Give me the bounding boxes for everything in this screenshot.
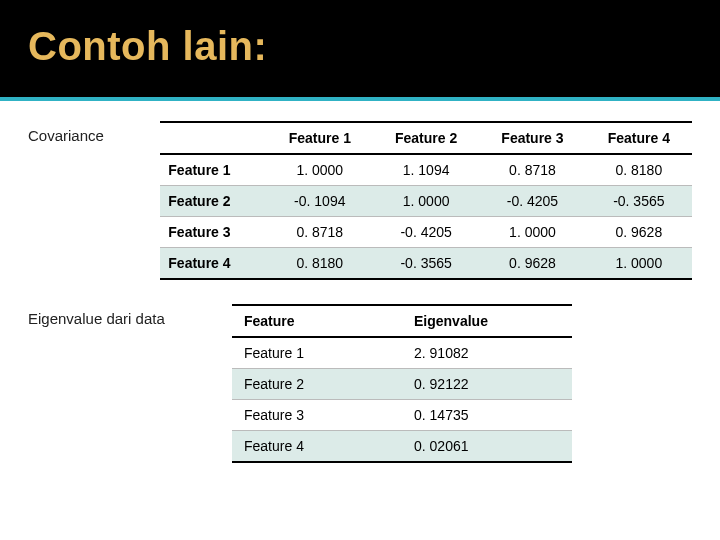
- table-header: Feature 1: [267, 122, 373, 154]
- cell: -0. 4205: [479, 186, 585, 217]
- eigenvalue-label-col: Eigenvalue dari data: [28, 304, 208, 327]
- row-name: Feature 4: [160, 248, 266, 280]
- table-header-row: Feature 1 Feature 2 Feature 3 Feature 4: [160, 122, 692, 154]
- cell: 0. 02061: [402, 431, 572, 463]
- table-row: Feature 4 0. 02061: [232, 431, 572, 463]
- covariance-table: Feature 1 Feature 2 Feature 3 Feature 4 …: [160, 121, 692, 280]
- row-name: Feature 1: [160, 154, 266, 186]
- table-header: Eigenvalue: [402, 305, 572, 337]
- table-row: Feature 1 1. 0000 1. 1094 0. 8718 0. 818…: [160, 154, 692, 186]
- cell: 0. 9628: [479, 248, 585, 280]
- cell: -0. 1094: [267, 186, 373, 217]
- row-name: Feature 2: [160, 186, 266, 217]
- cell: 0. 92122: [402, 369, 572, 400]
- table-header: Feature 2: [373, 122, 479, 154]
- table-row: Feature 1 2. 91082: [232, 337, 572, 369]
- table-row: Feature 3 0. 8718 -0. 4205 1. 0000 0. 96…: [160, 217, 692, 248]
- cell: 0. 8180: [586, 154, 692, 186]
- slide-body: Covariance Feature 1 Feature 2 Feature 3…: [0, 101, 720, 463]
- cell: 2. 91082: [402, 337, 572, 369]
- cell: 0. 8718: [267, 217, 373, 248]
- covariance-label: Covariance: [28, 127, 136, 144]
- slide: Contoh lain: Covariance Feature 1 Featur…: [0, 0, 720, 540]
- table-row: Feature 2 -0. 1094 1. 0000 -0. 4205 -0. …: [160, 186, 692, 217]
- slide-header: Contoh lain:: [0, 0, 720, 101]
- cell: 1. 1094: [373, 154, 479, 186]
- covariance-label-col: Covariance: [28, 121, 136, 144]
- cell: 0. 9628: [586, 217, 692, 248]
- table-header: Feature: [232, 305, 402, 337]
- table-header: Feature 4: [586, 122, 692, 154]
- table-row: Feature 3 0. 14735: [232, 400, 572, 431]
- page-title: Contoh lain:: [28, 24, 692, 69]
- row-name: Feature 4: [232, 431, 402, 463]
- table-header-row: Feature Eigenvalue: [232, 305, 572, 337]
- row-name: Feature 2: [232, 369, 402, 400]
- row-name: Feature 3: [232, 400, 402, 431]
- cell: 1. 0000: [267, 154, 373, 186]
- table-header: Feature 3: [479, 122, 585, 154]
- cell: 0. 8180: [267, 248, 373, 280]
- row-name: Feature 3: [160, 217, 266, 248]
- covariance-section: Covariance Feature 1 Feature 2 Feature 3…: [28, 121, 692, 280]
- table-row: Feature 2 0. 92122: [232, 369, 572, 400]
- cell: -0. 4205: [373, 217, 479, 248]
- eigenvalue-section: Eigenvalue dari data Feature Eigenvalue …: [28, 304, 692, 463]
- eigenvalue-label: Eigenvalue dari data: [28, 310, 208, 327]
- cell: 0. 14735: [402, 400, 572, 431]
- cell: -0. 3565: [373, 248, 479, 280]
- cell: -0. 3565: [586, 186, 692, 217]
- table-header-blank: [160, 122, 266, 154]
- row-name: Feature 1: [232, 337, 402, 369]
- cell: 1. 0000: [373, 186, 479, 217]
- cell: 0. 8718: [479, 154, 585, 186]
- eigenvalue-table: Feature Eigenvalue Feature 1 2. 91082 Fe…: [232, 304, 572, 463]
- cell: 1. 0000: [479, 217, 585, 248]
- cell: 1. 0000: [586, 248, 692, 280]
- table-row: Feature 4 0. 8180 -0. 3565 0. 9628 1. 00…: [160, 248, 692, 280]
